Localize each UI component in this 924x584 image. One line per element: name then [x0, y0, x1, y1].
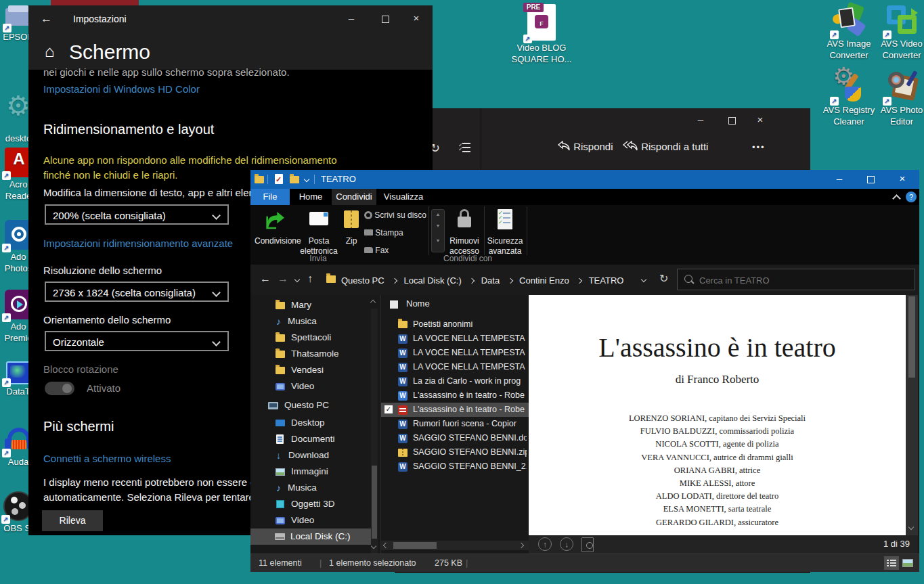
close-icon[interactable]: × — [750, 114, 770, 125]
sidebar-item-documenti[interactable]: Documenti — [250, 431, 371, 447]
maximize-icon[interactable] — [375, 14, 395, 25]
file-row[interactable]: WLA VOCE NELLA TEMPESTA X — [398, 360, 527, 374]
file-row-selected[interactable]: ✓ L'assassino è in teatro - Robe — [381, 403, 529, 417]
sidebar-item-musica[interactable]: ♪Musica — [250, 313, 371, 330]
detect-button[interactable]: Rileva — [42, 510, 103, 531]
breadcrumb-questo-pc[interactable]: Questo PC — [341, 275, 384, 286]
cast-line: MIKE ALESSI, attore — [529, 477, 906, 490]
minimize-icon[interactable]: – — [690, 114, 711, 125]
breadcrumb-teatro[interactable]: TEATRO — [589, 275, 624, 286]
print-button[interactable]: Stampa — [364, 228, 403, 238]
quick-access-properties-icon[interactable]: ✓ — [275, 174, 283, 184]
up-icon[interactable]: ↑ — [307, 273, 313, 285]
close-icon[interactable]: × — [892, 173, 912, 184]
quick-access-dropdown-icon[interactable] — [304, 177, 309, 182]
row-checkbox-checked[interactable]: ✓ — [384, 405, 393, 413]
file-row[interactable]: WLA VOCE NELLA TEMPESTA x — [398, 346, 527, 360]
sidebar-item-oggetti-3d[interactable]: Oggetti 3D — [250, 496, 371, 512]
sidebar-item-musica2[interactable]: ♪Musica — [250, 480, 371, 496]
details-view-button[interactable] — [884, 556, 899, 570]
tab-condividi[interactable]: Condividi — [332, 189, 376, 205]
hd-color-link[interactable]: Impostazioni di Windows HD Color — [43, 83, 200, 95]
preview-scrollbar[interactable] — [906, 295, 918, 535]
forward-icon[interactable]: → — [278, 273, 288, 285]
sidebar-item-video[interactable]: Video — [250, 378, 371, 395]
share-icon — [265, 209, 288, 231]
recent-locations-icon[interactable] — [294, 277, 300, 282]
ribbon-tabs: File Home Condividi Visualizza ? — [250, 189, 919, 205]
orientation-dropdown[interactable]: Orizzontale — [45, 331, 229, 351]
quick-access-new-folder-icon[interactable] — [290, 176, 299, 183]
file-row[interactable]: WLa zia di Carlo - work in prog — [398, 374, 527, 388]
cast-line: GERARDO GILARDI, assicuratore — [529, 516, 906, 529]
previous-page-icon[interactable]: ↑ — [538, 537, 552, 551]
next-page-icon[interactable]: ↓ — [560, 537, 573, 551]
cast-line: LORENZO SORIANI, capitano dei Servizi Sp… — [529, 412, 906, 425]
sidebar-item-local-disk[interactable]: Local Disk (C:) — [250, 529, 371, 545]
tab-home[interactable]: Home — [291, 189, 330, 205]
ribbon-collapse-icon[interactable] — [892, 194, 901, 203]
reply-all-button[interactable]: Rispondi a tutti — [622, 141, 708, 152]
sidebar-item-questo-pc[interactable]: Questo PC — [250, 397, 371, 413]
sidebar-item-thatsamole[interactable]: Thatsamole — [250, 346, 371, 362]
sidebar-item-video2[interactable]: Video — [250, 512, 371, 529]
close-icon[interactable]: × — [406, 12, 426, 24]
refresh-icon[interactable]: ↻ — [659, 272, 668, 285]
sidebar-item-vendesi[interactable]: Vendesi — [250, 362, 371, 378]
file-row[interactable]: WL'assassino è in teatro - Robe — [398, 388, 527, 403]
sidebar-item-immagini[interactable]: Immagini — [250, 464, 371, 480]
desktop-icon-label: Video BLOG — [504, 42, 579, 53]
column-header-checkbox[interactable] — [390, 300, 398, 309]
desktop-icon-avs-photo-editor[interactable]: ↗ AVS Photo Editor — [871, 69, 924, 127]
status-bar: 11 elementi | 1 elemento selezionato 275… — [250, 554, 919, 572]
minimize-icon[interactable]: – — [829, 173, 850, 184]
pre-badge: PRE — [523, 3, 544, 12]
fax-button[interactable]: Fax — [364, 246, 389, 255]
breadcrumb-data[interactable]: Data — [481, 275, 500, 286]
back-icon[interactable]: ← — [41, 12, 52, 26]
file-row[interactable]: WLA VOCE NELLA TEMPESTA x — [398, 332, 527, 346]
shortcut-arrow-icon: ↗ — [2, 171, 11, 180]
burn-disc-button[interactable]: Scrivi su disco — [364, 210, 426, 220]
sidebar-item-mary[interactable]: Mary — [250, 297, 371, 313]
minimize-icon[interactable]: – — [341, 12, 361, 24]
sidebar-item-spettacoli[interactable]: Spettacoli — [250, 330, 371, 346]
checklist-icon[interactable]: ✓ ✓ — [458, 142, 470, 153]
file-row[interactable]: WRumori fuori scena - Copior — [398, 417, 527, 431]
resolution-dropdown[interactable]: 2736 x 1824 (scelta consigliata) — [45, 282, 229, 302]
breadcrumb-local-disk[interactable]: Local Disk (C:) — [404, 275, 462, 286]
file-row[interactable]: WSAGGIO STEFANO BENNI_2.c — [398, 459, 527, 474]
tab-file[interactable]: File — [250, 189, 290, 205]
search-input[interactable] — [698, 271, 904, 289]
help-icon[interactable]: ? — [906, 192, 917, 202]
horizontal-scrollbar[interactable] — [381, 541, 529, 550]
reply-all-arrow-icon — [622, 141, 638, 152]
maximize-icon[interactable] — [860, 174, 881, 185]
reply-button[interactable]: Rispondi — [557, 141, 613, 152]
rotation-lock-toggle[interactable] — [45, 382, 74, 395]
tab-visualizza[interactable]: Visualizza — [378, 189, 429, 205]
back-icon[interactable]: ← — [260, 273, 271, 285]
more-actions-button[interactable]: ••• — [752, 142, 766, 152]
find-in-page-icon[interactable] — [581, 537, 594, 552]
column-header-nome[interactable]: Nome — [406, 298, 430, 309]
file-row[interactable]: Poetisti anonimi — [398, 317, 527, 332]
desktop-icon-avs-video-converter[interactable]: ↗ AVS Video Converter — [871, 3, 924, 61]
thumbnail-view-button[interactable] — [900, 556, 915, 570]
desktop-icon-label: AVS Photo — [871, 104, 924, 116]
sidebar-item-desktop[interactable]: Desktop — [250, 415, 371, 431]
scale-dropdown[interactable]: 200% (scelta consigliata) — [45, 204, 229, 225]
nav-scroll-up-icon[interactable] — [370, 300, 376, 305]
desktop-icon-video-blog[interactable]: F PRE ↗ Video BLOG SQUARE HO... — [504, 3, 579, 65]
share-with-scroller[interactable]: ▲ ▼ ▼ — [431, 209, 445, 252]
breadcrumb-contini-enzo[interactable]: Contini Enzo — [519, 275, 569, 286]
maximize-icon[interactable] — [722, 115, 742, 127]
advanced-scaling-link[interactable]: Impostazioni ridimensionamento avanzate — [43, 238, 233, 249]
wireless-display-link[interactable]: Connetti a schermo wireless — [43, 453, 171, 464]
sidebar-item-download[interactable]: ↓Download — [250, 447, 371, 464]
quick-access-folder-icon[interactable] — [255, 176, 264, 183]
file-row[interactable]: WSAGGIO STEFANO BENNI.doc — [398, 431, 527, 445]
file-row[interactable]: SAGGIO STEFANO BENNI.zip — [398, 445, 527, 459]
nav-scrollbar[interactable] — [371, 309, 378, 554]
address-dropdown-icon[interactable] — [641, 277, 646, 282]
